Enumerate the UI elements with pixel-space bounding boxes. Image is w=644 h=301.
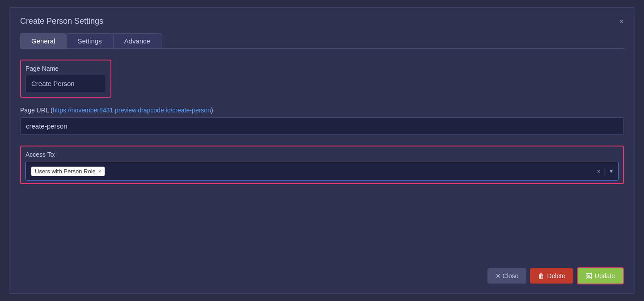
close-button[interactable]: ✕ Close	[487, 268, 527, 284]
tab-general[interactable]: General	[20, 33, 66, 48]
modal-footer: ✕ Close 🗑 🗑 Delete Delete 🖼 Update	[487, 267, 624, 284]
access-chevron-down-icon[interactable]: ▾	[610, 168, 613, 175]
delete-icon: 🗑	[538, 272, 544, 280]
page-name-section: Page Name	[20, 60, 111, 98]
tab-content-general: Page Name Page URL (https://november8431…	[20, 48, 624, 184]
page-url-input[interactable]	[20, 117, 624, 135]
tabs-container: General Settings Advance	[20, 33, 624, 48]
access-tag-person-role: Users with Person Role ×	[31, 167, 105, 176]
delete-button[interactable]: 🗑 🗑 Delete Delete	[530, 268, 573, 284]
modal-header: Create Person Settings ×	[20, 17, 624, 26]
modal-overlay: Create Person Settings × General Setting…	[0, 0, 644, 301]
access-tag-label: Users with Person Role	[35, 168, 96, 175]
tab-settings[interactable]: Settings	[66, 33, 113, 48]
access-clear-button[interactable]: ×	[597, 168, 601, 175]
access-tag-remove-button[interactable]: ×	[98, 168, 101, 174]
update-button[interactable]: 🖼 Update	[577, 267, 624, 284]
access-label: Access To:	[25, 151, 619, 158]
modal-title: Create Person Settings	[20, 17, 103, 26]
update-icon: 🖼	[586, 272, 592, 280]
page-name-input[interactable]	[25, 75, 106, 92]
modal-container: Create Person Settings × General Setting…	[9, 7, 635, 294]
modal-close-x-button[interactable]: ×	[619, 17, 624, 26]
access-select-field[interactable]: Users with Person Role × × | ▾	[25, 162, 619, 181]
access-select-tags: Users with Person Role ×	[31, 167, 597, 176]
tab-advance[interactable]: Advance	[113, 33, 161, 48]
page-name-label: Page Name	[25, 65, 106, 72]
access-section: Access To: Users with Person Role ×	[20, 146, 624, 184]
page-url-label: Page URL (https://november8431.preview.d…	[20, 107, 624, 114]
page-url-link[interactable]: https://november8431.preview.drapcode.io…	[53, 107, 211, 114]
access-highlighted-box: Access To: Users with Person Role ×	[20, 146, 624, 184]
page-url-section: Page URL (https://november8431.preview.d…	[20, 107, 624, 135]
access-divider: |	[604, 167, 606, 176]
access-select-controls: × | ▾	[597, 167, 613, 176]
